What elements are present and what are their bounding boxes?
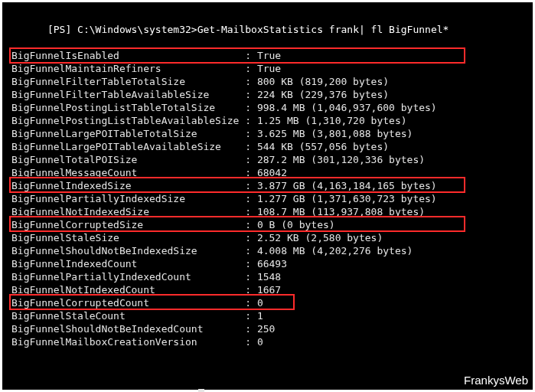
property-row: BigFunnelPartiallyIndexedSize : 1.277 GB… <box>11 192 524 205</box>
prompt-prefix: [PS] C:\Windows\system32> <box>47 388 197 392</box>
property-row: BigFunnelLargePOITableAvailableSize : 54… <box>11 140 524 153</box>
prompt-line-1: [PS] C:\Windows\system32>Get-MailboxStat… <box>11 10 524 23</box>
text-cursor <box>198 389 204 392</box>
property-row: BigFunnelFilterTableAvailableSize : 224 … <box>11 88 524 101</box>
property-row: BigFunnelCorruptedCount : 0 <box>11 296 524 309</box>
prompt-line-2[interactable]: [PS] C:\Windows\system32> <box>11 374 524 387</box>
property-row: BigFunnelMessageCount : 68042 <box>11 166 524 179</box>
property-row: BigFunnelIsEnabled : True <box>11 49 524 62</box>
property-row: BigFunnelIndexedSize : 3.877 GB (4,163,1… <box>11 179 524 192</box>
property-row: BigFunnelStaleSize : 2.52 KB (2,580 byte… <box>11 231 524 244</box>
terminal-window: [PS] C:\Windows\system32>Get-MailboxStat… <box>0 0 535 392</box>
property-row: BigFunnelShouldNotBeIndexedSize : 4.008 … <box>11 244 524 257</box>
property-row: BigFunnelNotIndexedCount : 1667 <box>11 283 524 296</box>
property-row: BigFunnelPartiallyIndexedCount : 1548 <box>11 270 524 283</box>
blank-line <box>11 348 524 361</box>
property-row: BigFunnelShouldNotBeIndexedCount : 250 <box>11 322 524 335</box>
property-row: BigFunnelNotIndexedSize : 108.7 MB (113,… <box>11 205 524 218</box>
terminal-viewport[interactable]: [PS] C:\Windows\system32>Get-MailboxStat… <box>5 5 530 387</box>
property-row: BigFunnelMailboxCreationVersion : 0 <box>11 335 524 348</box>
property-row: BigFunnelFilterTableTotalSize : 800 KB (… <box>11 75 524 88</box>
prompt-prefix: [PS] C:\Windows\system32> <box>47 24 197 35</box>
property-row: BigFunnelCorruptedSize : 0 B (0 bytes) <box>11 218 524 231</box>
watermark: FrankysWeb <box>464 374 528 387</box>
property-row: BigFunnelIndexedCount : 66493 <box>11 257 524 270</box>
prompt-command: Get-MailboxStatistics frank| fl BigFunne… <box>197 24 449 35</box>
property-row: BigFunnelLargePOITableTotalSize : 3.625 … <box>11 127 524 140</box>
blank-line <box>11 36 524 49</box>
blank-line <box>11 361 524 374</box>
property-row: BigFunnelStaleCount : 1 <box>11 309 524 322</box>
property-row: BigFunnelMaintainRefiners : True <box>11 62 524 75</box>
property-row: BigFunnelPostingListTableTotalSize : 998… <box>11 101 524 114</box>
output-block: BigFunnelIsEnabled : TrueBigFunnelMainta… <box>11 49 524 348</box>
property-row: BigFunnelPostingListTableAvailableSize :… <box>11 114 524 127</box>
property-row: BigFunnelTotalPOISize : 287.2 MB (301,12… <box>11 153 524 166</box>
